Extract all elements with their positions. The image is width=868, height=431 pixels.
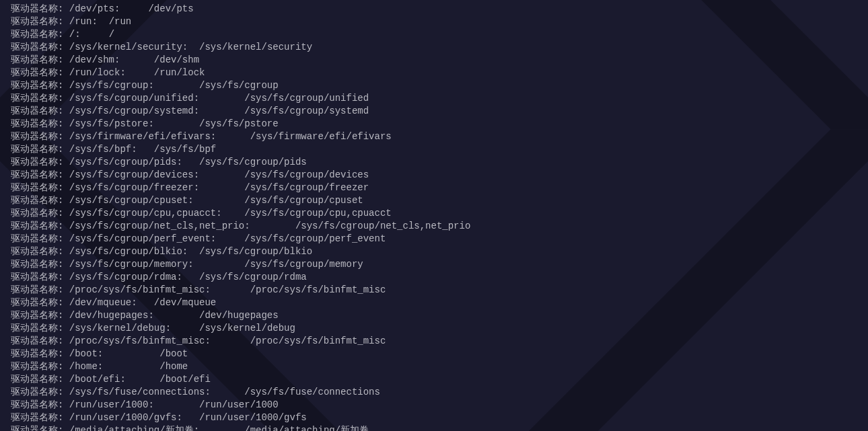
drive-name-label: 驱动器名称: <box>11 106 63 116</box>
column-gap <box>188 246 199 257</box>
drive-name-label: 驱动器名称: <box>11 29 63 40</box>
mount-path-value: /dev/shm <box>154 54 199 65</box>
column-gap <box>182 412 199 423</box>
mount-point-label: /run: <box>63 16 97 27</box>
mount-path-value: / <box>109 29 114 40</box>
terminal-output[interactable]: 驱动器名称: /dev/pts: /dev/pts驱动器名称: /run: /r… <box>11 3 857 431</box>
output-line: 驱动器名称: /sys/fs/cgroup/cpu,cpuacct: /sys/… <box>11 207 857 220</box>
mount-path-value: /sys/firmware/efi/efivars <box>250 131 392 142</box>
mount-point-label: /sys/fs/cgroup/cpu,cpuacct: <box>63 208 221 219</box>
column-gap <box>211 336 250 346</box>
mount-path-value: /dev/mqueue <box>154 297 216 308</box>
output-line: 驱动器名称: /: / <box>11 28 857 41</box>
mount-path-value: /proc/sys/fs/binfmt_misc <box>250 284 386 295</box>
mount-point-label: /sys/fs/cgroup/memory: <box>63 259 193 270</box>
mount-path-value: /sys/fs/pstore <box>199 118 279 129</box>
mount-point-label: /run/lock: <box>63 67 125 78</box>
drive-name-label: 驱动器名称: <box>11 67 63 78</box>
output-line: 驱动器名称: /dev/hugepages: /dev/hugepages <box>11 309 857 322</box>
drive-name-label: 驱动器名称: <box>11 16 63 27</box>
mount-path-value: /sys/fs/cgroup/cpuset <box>244 195 363 206</box>
column-gap <box>126 67 154 78</box>
output-line: 驱动器名称: /sys/fs/cgroup/rdma: /sys/fs/cgro… <box>11 271 857 284</box>
drive-name-label: 驱动器名称: <box>11 336 63 346</box>
drive-name-label: 驱动器名称: <box>11 387 63 397</box>
drive-name-label: 驱动器名称: <box>11 157 63 167</box>
mount-path-value: /dev/pts <box>148 3 193 14</box>
mount-point-label: /sys/firmware/efi/efivars: <box>63 131 216 142</box>
mount-path-value: /sys/fs/fuse/connections <box>244 387 380 397</box>
column-gap <box>126 374 159 385</box>
output-line: 驱动器名称: /sys/fs/cgroup/systemd: /sys/fs/c… <box>11 105 857 118</box>
drive-name-label: 驱动器名称: <box>11 246 63 257</box>
output-line: 驱动器名称: /run: /run <box>11 15 857 28</box>
drive-name-label: 驱动器名称: <box>11 310 63 321</box>
mount-path-value: /boot <box>159 348 188 359</box>
drive-name-label: 驱动器名称: <box>11 297 63 308</box>
column-gap <box>137 297 154 308</box>
mount-point-label: /sys/kernel/debug: <box>63 323 171 334</box>
drive-name-label: 驱动器名称: <box>11 80 63 91</box>
column-gap <box>211 387 244 397</box>
mount-path-value: /media/attaching/新加卷 <box>244 425 369 431</box>
column-gap <box>194 195 245 206</box>
column-gap <box>171 323 199 334</box>
mount-point-label: /sys/fs/cgroup/systemd: <box>63 106 199 116</box>
mount-path-value: /sys/fs/cgroup/unified <box>244 93 369 104</box>
drive-name-label: 驱动器名称: <box>11 144 63 155</box>
mount-path-value: /run/lock <box>154 67 205 78</box>
output-line: 驱动器名称: /sys/fs/cgroup/unified: /sys/fs/c… <box>11 92 857 105</box>
output-line: 驱动器名称: /sys/firmware/efi/efivars: /sys/f… <box>11 130 857 143</box>
column-gap <box>216 131 250 142</box>
mount-path-value: /proc/sys/fs/binfmt_misc <box>250 336 386 346</box>
column-gap <box>199 182 244 193</box>
column-gap <box>211 284 250 295</box>
drive-name-label: 驱动器名称: <box>11 399 63 410</box>
output-line: 驱动器名称: /sys/fs/cgroup/cpuset: /sys/fs/cg… <box>11 194 857 207</box>
column-gap <box>137 144 154 155</box>
drive-name-label: 驱动器名称: <box>11 348 63 359</box>
mount-point-label: /sys/fs/cgroup: <box>63 80 153 91</box>
mount-point-label: /sys/fs/cgroup/rdma: <box>63 272 182 282</box>
output-line: 驱动器名称: /dev/pts: /dev/pts <box>11 3 857 15</box>
output-line: 驱动器名称: /sys/fs/pstore: /sys/fs/pstore <box>11 118 857 130</box>
mount-point-label: /sys/kernel/security: <box>63 42 188 52</box>
mount-path-value: /sys/kernel/security <box>199 42 312 52</box>
mount-path-value: /sys/fs/cgroup/freezer <box>244 182 369 193</box>
column-gap <box>103 348 159 359</box>
mount-point-label: /sys/fs/cgroup/perf_event: <box>63 233 216 244</box>
drive-name-label: 驱动器名称: <box>11 233 63 244</box>
mount-point-label: /dev/shm: <box>63 54 120 65</box>
drive-name-label: 驱动器名称: <box>11 221 63 231</box>
mount-point-label: /sys/fs/cgroup/cpuset: <box>63 195 193 206</box>
output-line: 驱动器名称: /sys/fs/cgroup/net_cls,net_prio: … <box>11 220 857 233</box>
mount-point-label: /sys/fs/bpf: <box>63 144 137 155</box>
mount-path-value: /sys/kernel/debug <box>199 323 295 334</box>
column-gap <box>199 106 244 116</box>
mount-point-label: /dev/mqueue: <box>63 297 137 308</box>
drive-name-label: 驱动器名称: <box>11 284 63 295</box>
mount-path-value: /run <box>109 16 132 27</box>
mount-point-label: /sys/fs/cgroup/unified: <box>63 93 199 104</box>
mount-path-value: /run/user/1000/gvfs <box>199 412 307 423</box>
column-gap <box>120 3 148 14</box>
drive-name-label: 驱动器名称: <box>11 323 63 334</box>
mount-path-value: /sys/fs/cgroup/rdma <box>199 272 307 282</box>
mount-path-value: /sys/fs/cgroup/systemd <box>244 106 369 116</box>
drive-name-label: 驱动器名称: <box>11 361 63 372</box>
column-gap <box>194 259 245 270</box>
mount-point-label: /home: <box>63 361 103 372</box>
mount-point-label: /sys/fs/pstore: <box>63 118 153 129</box>
mount-point-label: /sys/fs/cgroup/net_cls,net_prio: <box>63 221 250 231</box>
output-line: 驱动器名称: /sys/fs/cgroup/memory: /sys/fs/cg… <box>11 258 857 271</box>
mount-path-value: /sys/fs/cgroup/net_cls,net_prio <box>295 221 470 231</box>
column-gap <box>182 157 199 167</box>
column-gap <box>222 208 245 219</box>
drive-name-label: 驱动器名称: <box>11 259 63 270</box>
output-line: 驱动器名称: /media/attaching/新加卷: /media/atta… <box>11 424 857 431</box>
mount-point-label: /sys/fs/cgroup/blkio: <box>63 246 188 257</box>
output-line: 驱动器名称: /sys/fs/fuse/connections: /sys/fs… <box>11 386 857 399</box>
output-line: 驱动器名称: /run/user/1000: /run/user/1000 <box>11 399 857 412</box>
mount-point-label: /: <box>63 29 80 40</box>
output-line: 驱动器名称: /sys/kernel/debug: /sys/kernel/de… <box>11 322 857 335</box>
